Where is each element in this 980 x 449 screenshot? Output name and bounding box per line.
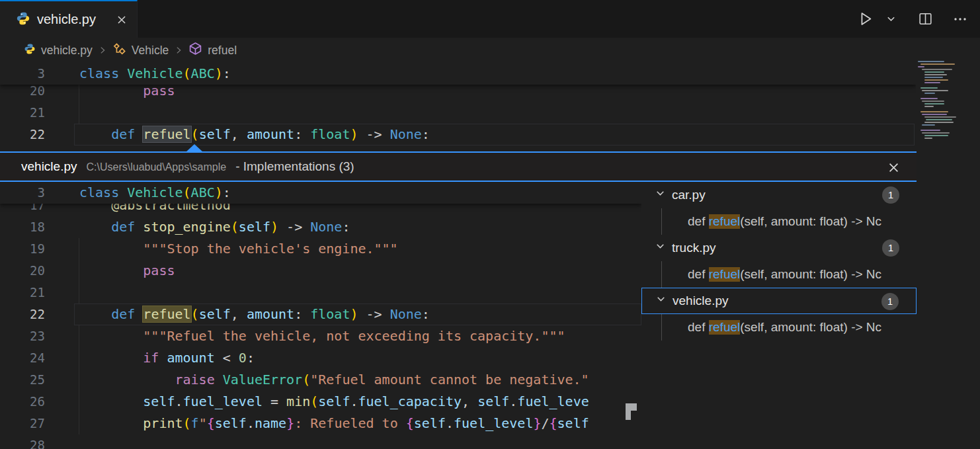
code-text: class Vehicle(ABC): [79,63,231,85]
code-text: if amount < 0: [79,347,255,369]
peek-title-description: - Implementations (3) [235,159,354,174]
match-count-badge: 1 [881,293,899,310]
peek-anchor-arrow [186,144,203,152]
match-count-badge: 1 [882,239,899,257]
code-line-20[interactable]: 20 pass [0,260,641,282]
indent-guide [79,102,79,124]
tab-vehicle-py[interactable]: vehicle.py [0,0,138,38]
close-icon[interactable] [116,14,128,26]
chevron-down-icon[interactable] [655,241,666,255]
peek-title-path: C:\Users\luabud\Apps\sample [87,160,227,173]
line-number: 20 [0,260,45,282]
line-number: 21 [0,282,45,304]
result-file-car-py[interactable]: car.py1 [641,182,917,208]
python-icon [24,43,36,58]
code-text: pass [79,260,175,282]
peek-results-tree: car.py1def refuel(self, amount: float) -… [641,182,917,449]
code-text: class Vehicle(ABC): [79,182,231,204]
breadcrumb-method[interactable]: refuel [188,42,237,59]
result-file-label: vehicle.py [673,294,729,308]
result-file-truck-py[interactable]: truck.py1 [641,235,917,261]
code-line-28[interactable]: 28 [0,434,641,449]
line-number: 22 [0,304,45,325]
sticky-scroll-line[interactable]: 3class Vehicle(ABC): [0,182,641,204]
line-number: 18 [0,216,45,238]
line-number: 21 [0,102,45,124]
result-file-vehicle-py[interactable]: vehicle.py1 [641,288,917,314]
breadcrumb: vehicle.py Vehicle refuel [0,38,980,63]
code-text: """Stop the vehicle's engine.""" [79,238,398,260]
code-line-24[interactable]: 24 if amount < 0: [0,347,641,369]
editor-right-gutter [917,153,980,449]
line-number: 25 [0,369,45,391]
main-editor-lines: 20 pass2122 def refuel(self, amount: flo… [0,80,916,145]
peek-title-filename: vehicle.py [21,159,77,174]
symbol-class-icon [112,42,126,59]
line-number: 24 [0,347,45,369]
peek-view: vehicle.py C:\Users\luabud\Apps\sample -… [0,151,917,449]
tab-bar: vehicle.py [0,0,980,38]
code-line-27[interactable]: 27 print(f"{self.name}: Refueled to {sel… [0,413,641,434]
line-number: 23 [0,325,45,347]
code-line-22[interactable]: 22 def refuel(self, amount: float) -> No… [0,304,641,325]
code-text: def refuel(self, amount: float) -> None: [79,124,430,145]
breadcrumb-file-label: vehicle.py [41,44,93,58]
indent-guide [79,282,79,304]
sticky-scroll-line[interactable]: 3class Vehicle(ABC): [0,63,916,85]
split-editor-icon[interactable] [915,8,936,30]
code-line-23[interactable]: 23 """Refuel the vehicle, not exceeding … [0,325,641,347]
more-actions-icon[interactable] [950,9,971,30]
line-number: 26 [0,391,45,413]
chevron-down-icon[interactable] [655,294,667,308]
code-line-3[interactable]: 3class Vehicle(ABC): [0,182,641,204]
code-text: print(f"{self.name}: Refueled to {self.f… [79,413,589,434]
peek-body: 17 @abstractmethod18 def stop_engine(sel… [0,182,917,449]
run-icon[interactable] [854,7,877,30]
tree-indent-guide [661,208,662,235]
python-icon [16,11,30,28]
vscode-window: vehicle.py [0,0,980,449]
result-match-row[interactable]: def refuel(self, amount: float) -> Nc [641,314,917,341]
code-text: def refuel(self, amount: float) -> None: [79,304,430,325]
tree-indent-guide [661,314,662,341]
code-text: def stop_engine(self) -> None: [79,216,350,238]
main-editor[interactable]: 20 pass2122 def refuel(self, amount: flo… [0,63,916,151]
code-line-26[interactable]: 26 self.fuel_level = min(self.fuel_capac… [0,391,641,413]
match-highlight: refuel [709,320,741,335]
breadcrumb-class-label: Vehicle [132,44,169,58]
code-line-3[interactable]: 3class Vehicle(ABC): [0,63,916,85]
match-highlight: refuel [709,214,741,229]
match-count-badge: 1 [882,186,899,204]
line-number: 28 [0,434,45,449]
code-line-18[interactable]: 18 def stop_engine(self) -> None: [0,216,641,238]
close-icon[interactable] [885,159,902,179]
run-dropdown-icon[interactable] [883,11,899,26]
code-line-25[interactable]: 25 raise ValueError("Refuel amount canno… [0,369,641,391]
chevron-right-icon [98,46,107,55]
line-number: 22 [0,124,45,145]
chevron-right-icon [174,46,183,55]
chevron-down-icon[interactable] [655,188,666,202]
result-match-row[interactable]: def refuel(self, amount: float) -> Nc [641,261,917,288]
code-line-21[interactable]: 21 [0,282,641,304]
tab-title: vehicle.py [37,12,96,27]
symbol-method-icon [188,42,202,59]
code-line-21[interactable]: 21 [0,102,916,124]
peek-editor[interactable]: 17 @abstractmethod18 def stop_engine(sel… [0,182,641,449]
code-line-19[interactable]: 19 """Stop the vehicle's engine.""" [0,238,641,260]
result-file-label: car.py [672,188,706,202]
breadcrumb-file[interactable]: vehicle.py [24,43,93,58]
line-number: 19 [0,238,45,260]
result-file-label: truck.py [672,241,716,255]
breadcrumb-class[interactable]: Vehicle [112,42,169,59]
line-number: 3 [0,63,45,85]
minimap[interactable] [918,61,961,152]
editor-actions [854,0,971,38]
tree-indent-guide [661,261,662,288]
code-text: raise ValueError("Refuel amount cannot b… [79,369,589,391]
match-highlight: refuel [709,267,741,282]
result-match-row[interactable]: def refuel(self, amount: float) -> Nc [641,208,917,235]
code-line-22[interactable]: 22 def refuel(self, amount: float) -> No… [0,124,916,145]
mouse-cursor [626,403,637,420]
peek-header: vehicle.py C:\Users\luabud\Apps\sample -… [0,153,917,182]
